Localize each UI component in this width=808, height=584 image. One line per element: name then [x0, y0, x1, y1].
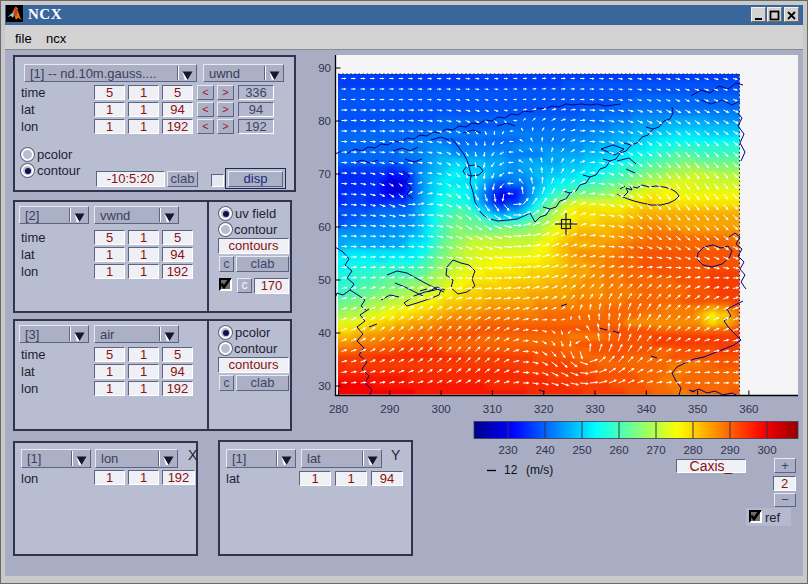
svg-text:70: 70 [318, 168, 331, 180]
svg-text:300: 300 [432, 403, 451, 415]
svg-text:290: 290 [380, 403, 399, 415]
svg-text:320: 320 [534, 403, 553, 415]
svg-text:290: 290 [720, 444, 739, 456]
svg-text:330: 330 [585, 403, 604, 415]
svg-text:260: 260 [609, 444, 628, 456]
svg-text:350: 350 [688, 403, 707, 415]
svg-text:280: 280 [329, 403, 348, 415]
svg-text:300: 300 [757, 444, 776, 456]
svg-text:80: 80 [318, 115, 331, 127]
svg-text:340: 340 [637, 403, 656, 415]
svg-text:280: 280 [683, 444, 702, 456]
svg-text:30: 30 [318, 380, 331, 392]
svg-text:240: 240 [535, 444, 554, 456]
svg-text:270: 270 [646, 444, 665, 456]
svg-text:12: 12 [504, 463, 518, 477]
svg-text:(m/s): (m/s) [526, 463, 553, 477]
svg-text:310: 310 [483, 403, 502, 415]
svg-text:40: 40 [318, 327, 331, 339]
svg-text:50: 50 [318, 274, 331, 286]
svg-text:250: 250 [572, 444, 591, 456]
svg-text:230: 230 [498, 444, 517, 456]
svg-text:60: 60 [318, 221, 331, 233]
svg-text:360: 360 [739, 403, 758, 415]
svg-text:90: 90 [318, 62, 331, 74]
